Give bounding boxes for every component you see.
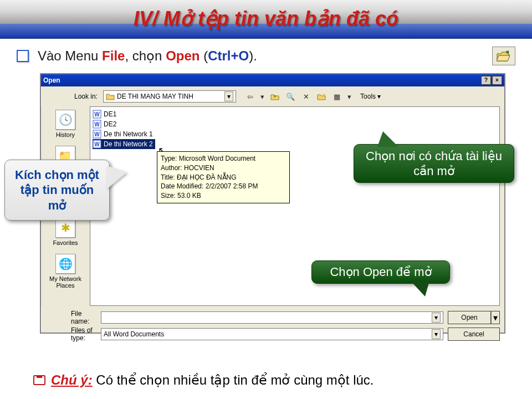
- word-doc-icon: W: [93, 140, 101, 149]
- open-button-dropdown[interactable]: ▾: [491, 311, 500, 324]
- help-button[interactable]: ?: [481, 76, 491, 85]
- history-icon: 🕓: [55, 110, 75, 130]
- file-item[interactable]: WDe thi Network 1: [93, 129, 497, 139]
- word-doc-icon: W: [93, 110, 101, 119]
- favorites-icon: ✱: [55, 218, 75, 238]
- note-row: Chú ý: Có thể chọn nhiều tập tin để mở c…: [33, 372, 521, 388]
- open-button[interactable]: Open: [448, 311, 491, 324]
- slide-title: IV/ Mở tệp tin văn bản đã có: [134, 7, 398, 30]
- file-tooltip: Type: Microsoft Word Document Author: HO…: [157, 151, 290, 203]
- dialog-titlebar: Open ? ×: [41, 74, 504, 86]
- delete-icon[interactable]: ✕: [301, 91, 311, 101]
- close-button[interactable]: ×: [492, 76, 502, 85]
- search-web-icon[interactable]: 🔍: [285, 91, 295, 101]
- open-dialog: Open ? × Look in: DE THI MANG MAY TINH ▾…: [40, 73, 505, 334]
- dialog-toolbar: Look in: DE THI MANG MAY TINH ▾ ⇦ ▾ 🔍 ✕ …: [41, 86, 504, 106]
- open-folder-toolbar-icon: [492, 47, 515, 65]
- word-doc-icon: W: [93, 130, 101, 139]
- dialog-title: Open: [43, 76, 60, 84]
- back-icon[interactable]: ⇦: [245, 91, 255, 101]
- file-item-selected[interactable]: WDe thi Network 2: [93, 139, 155, 149]
- file-item[interactable]: WDE1: [93, 109, 497, 119]
- dialog-bottombar: File name: ▾ Open ▾ Files of type: All W…: [41, 306, 504, 346]
- filename-label: File name:: [45, 310, 96, 325]
- filename-input[interactable]: ▾: [101, 311, 443, 324]
- toolbar-icons: ⇦ ▾ 🔍 ✕ ▦ ▾ Tools ▾: [245, 91, 381, 101]
- network-icon: 🌐: [55, 254, 75, 274]
- note-label: Chú ý:: [51, 372, 93, 387]
- bullet-square-icon: [17, 50, 29, 62]
- new-folder-icon[interactable]: [316, 91, 326, 101]
- file-item[interactable]: WDE2: [93, 119, 497, 129]
- note-text: Có thể chọn nhiều tập tin để mở cùng một…: [93, 372, 374, 387]
- instruction-text: Vào Menu File, chọn Open (Ctrl+O).: [38, 48, 257, 64]
- tools-menu[interactable]: Tools ▾: [360, 93, 381, 100]
- lookin-label: Look in:: [74, 93, 98, 100]
- chevron-down-icon[interactable]: ▾: [432, 329, 441, 339]
- slide-title-bar: IV/ Mở tệp tin văn bản đã có: [0, 0, 532, 39]
- svg-text:W: W: [94, 141, 100, 147]
- up-folder-icon[interactable]: [270, 91, 280, 101]
- views-icon[interactable]: ▦: [332, 91, 342, 101]
- folder-icon: [106, 93, 115, 100]
- svg-text:W: W: [94, 131, 100, 137]
- callout-choose-location: Chọn nơi có chứa tài liệu cần mở: [354, 144, 514, 183]
- filetype-label: Files of type:: [45, 326, 96, 342]
- filetype-dropdown[interactable]: All Word Documents▾: [101, 328, 443, 340]
- svg-text:W: W: [94, 121, 100, 127]
- disk-icon: [33, 375, 45, 385]
- chevron-down-icon[interactable]: ▾: [432, 313, 441, 323]
- word-doc-icon: W: [93, 120, 101, 129]
- svg-text:W: W: [94, 111, 100, 117]
- callout-select-file: Kích chọn một tập tin muốn mở: [4, 160, 110, 221]
- callout-click-open: Chọn Open để mở: [311, 260, 450, 284]
- place-favorites[interactable]: ✱Favorites: [53, 218, 78, 246]
- instruction-row: Vào Menu File, chọn Open (Ctrl+O).: [0, 39, 532, 69]
- place-network[interactable]: 🌐My Network Places: [41, 254, 90, 289]
- chevron-down-icon[interactable]: ▾: [224, 91, 233, 101]
- place-history[interactable]: 🕓History: [55, 110, 75, 138]
- cancel-button[interactable]: Cancel: [448, 328, 500, 341]
- lookin-dropdown[interactable]: DE THI MANG MAY TINH ▾: [103, 90, 236, 103]
